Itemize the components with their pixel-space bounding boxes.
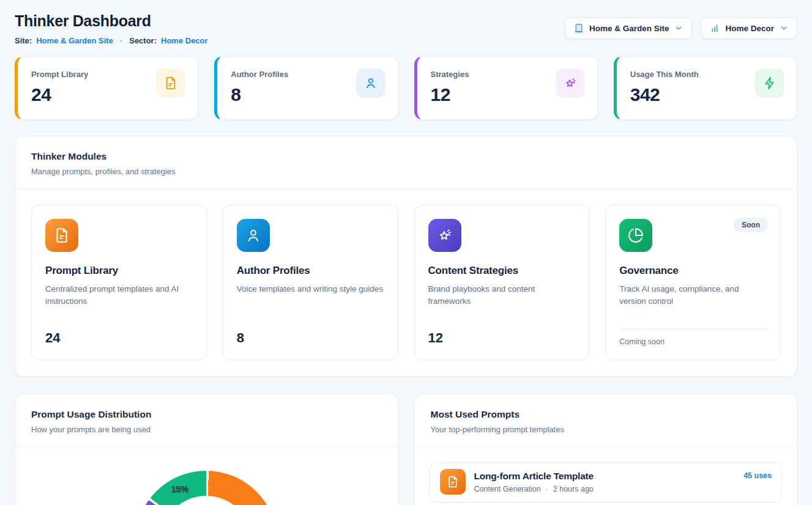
sector-link[interactable]: Home Decor bbox=[161, 36, 208, 45]
pie-chart-icon bbox=[619, 219, 652, 252]
module-card-prompt-library[interactable]: Prompt Library Centralized prompt templa… bbox=[31, 205, 207, 360]
site-selector-button[interactable]: Home & Garden Site bbox=[565, 17, 693, 39]
separator-dot: · bbox=[117, 36, 125, 45]
usage-panel-header: Prompt Usage Distribution How your promp… bbox=[15, 394, 398, 446]
panel-subtitle: Manage prompts, profiles, and strategies bbox=[31, 167, 781, 176]
divider bbox=[619, 328, 767, 329]
site-sector-line: Site: Home & Garden Site · Sector: Home … bbox=[15, 36, 208, 45]
panel-title: Prompt Usage Distribution bbox=[31, 409, 382, 420]
panel-subtitle: Your top-performing prompt templates bbox=[431, 425, 781, 434]
stat-card-prompt-library: Prompt Library 24 bbox=[15, 56, 198, 120]
bar-chart-icon bbox=[710, 23, 720, 33]
stat-card-strategies: Strategies 12 bbox=[414, 56, 598, 120]
chart-area: 15% bbox=[15, 447, 398, 505]
site-selector-label: Home & Garden Site bbox=[589, 24, 669, 33]
prompt-list: Long-form Article Template Content Gener… bbox=[415, 447, 797, 505]
module-card-content-strategies[interactable]: Content Strategies Brand playbooks and c… bbox=[414, 205, 590, 360]
module-stat: 8 bbox=[237, 330, 384, 346]
file-text-icon bbox=[45, 219, 78, 252]
module-title: Content Strategies bbox=[428, 265, 576, 277]
prompt-item-text: Long-form Article Template Content Gener… bbox=[474, 471, 594, 493]
modules-grid: Prompt Library Centralized prompt templa… bbox=[15, 189, 797, 376]
prompt-item-meta: Content Generation · 2 hours ago bbox=[474, 485, 594, 493]
file-text-icon bbox=[440, 469, 466, 495]
module-stat: 24 bbox=[45, 330, 193, 346]
module-description: Track AI usage, compliance, and version … bbox=[619, 283, 767, 308]
most-used-panel-header: Most Used Prompts Your top-performing pr… bbox=[415, 394, 797, 446]
panel-title: Thinker Modules bbox=[31, 151, 781, 162]
module-card-author-profiles[interactable]: Author Profiles Voice templates and writ… bbox=[223, 205, 398, 360]
stats-row: Prompt Library 24 Author Profiles 8 Stra… bbox=[15, 56, 797, 120]
chevron-down-icon bbox=[674, 24, 683, 32]
site-label: Site: bbox=[15, 36, 32, 45]
donut-slice-label: 15% bbox=[171, 484, 188, 494]
module-description: Centralized prompt templates and AI inst… bbox=[45, 283, 193, 308]
panel-title: Most Used Prompts bbox=[431, 409, 781, 420]
page-title: Thinker Dashboard bbox=[15, 12, 208, 30]
prompt-item-uses-badge: 45 uses bbox=[743, 471, 772, 480]
module-description: Voice templates and writing style guides bbox=[237, 283, 384, 295]
module-title: Governance bbox=[619, 265, 767, 277]
bottom-row: Prompt Usage Distribution How your promp… bbox=[15, 394, 797, 505]
most-used-prompts-panel: Most Used Prompts Your top-performing pr… bbox=[414, 394, 798, 505]
site-link[interactable]: Home & Garden Site bbox=[36, 36, 113, 45]
header: Thinker Dashboard Site: Home & Garden Si… bbox=[15, 12, 797, 45]
soon-badge: Soon bbox=[734, 218, 768, 232]
dashboard-page: Thinker Dashboard Site: Home & Garden Si… bbox=[0, 0, 812, 505]
modules-panel-header: Thinker Modules Manage prompts, profiles… bbox=[15, 136, 797, 188]
header-selectors: Home & Garden Site Home Decor bbox=[565, 17, 797, 39]
coming-soon-text: Coming soon bbox=[619, 337, 767, 346]
module-stat: 12 bbox=[428, 330, 576, 346]
module-description: Brand playbooks and content frameworks bbox=[428, 283, 576, 308]
building-icon bbox=[574, 23, 584, 33]
prompt-list-item[interactable]: Long-form Article Template Content Gener… bbox=[430, 462, 783, 503]
prompt-item-time: 2 hours ago bbox=[553, 485, 594, 493]
header-left: Thinker Dashboard Site: Home & Garden Si… bbox=[15, 12, 208, 45]
file-text-icon bbox=[156, 68, 185, 98]
sparkle-star-icon bbox=[428, 219, 461, 252]
module-title: Prompt Library bbox=[45, 265, 193, 277]
stat-card-author-profiles: Author Profiles 8 bbox=[214, 56, 398, 120]
sector-selector-button[interactable]: Home Decor bbox=[701, 17, 797, 39]
zap-icon bbox=[755, 68, 784, 98]
sector-selector-label: Home Decor bbox=[725, 24, 774, 33]
user-icon bbox=[356, 68, 386, 98]
prompt-item-category: Content Generation bbox=[474, 485, 541, 493]
chevron-down-icon bbox=[780, 24, 788, 32]
separator-dot: · bbox=[546, 485, 548, 493]
panel-subtitle: How your prompts are being used bbox=[31, 425, 382, 434]
module-card-governance[interactable]: Soon Governance Track AI usage, complian… bbox=[605, 205, 781, 360]
sparkle-star-icon bbox=[556, 68, 585, 98]
module-title: Author Profiles bbox=[237, 265, 384, 277]
donut-chart[interactable]: 15% bbox=[135, 471, 277, 505]
prompt-usage-panel: Prompt Usage Distribution How your promp… bbox=[15, 394, 398, 505]
thinker-modules-panel: Thinker Modules Manage prompts, profiles… bbox=[15, 136, 797, 377]
prompt-item-title: Long-form Article Template bbox=[474, 471, 594, 482]
user-icon bbox=[237, 219, 270, 252]
sector-label: Sector: bbox=[129, 36, 157, 45]
stat-card-usage: Usage This Month 342 bbox=[614, 56, 797, 120]
